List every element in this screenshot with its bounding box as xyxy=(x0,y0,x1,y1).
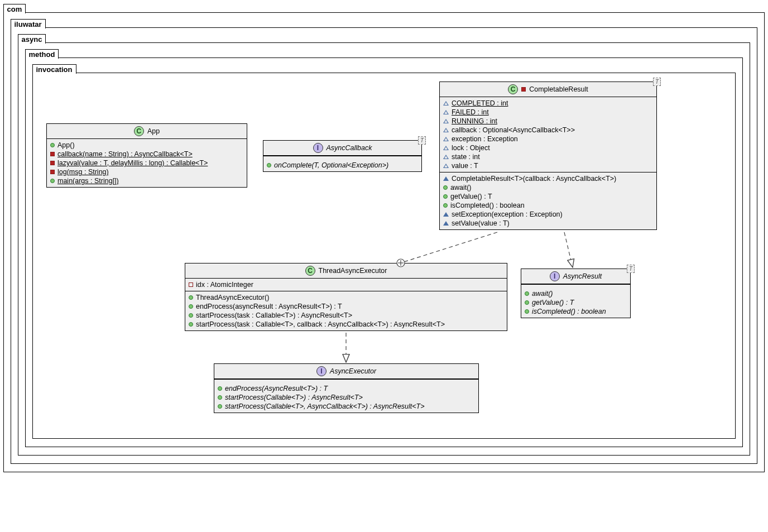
package-method: method invocation C App App()callback(na… xyxy=(25,57,743,447)
package-iluwatar: iluwatar async method invocation C App A… xyxy=(11,27,757,464)
package-tab: iluwatar xyxy=(11,19,46,28)
member-text: state : int xyxy=(452,153,480,161)
interface-name: AsyncResult xyxy=(563,272,602,280)
member-text: endProcess(asyncResult : AsyncResult<T>)… xyxy=(196,303,342,310)
member-text: startProcess(Callable<T>) : AsyncResult<… xyxy=(225,394,363,401)
member-text: FAILED : int xyxy=(452,108,489,116)
member-text: startProcess(task : Callable<T>, callbac… xyxy=(196,320,445,328)
member-text: callback : Optional<AsyncCallback<T>> xyxy=(452,126,575,134)
member-text: setException(exception : Exception) xyxy=(452,210,563,218)
public-icon xyxy=(189,295,193,300)
public-icon xyxy=(525,291,529,296)
member-row: setValue(value : T) xyxy=(443,219,653,228)
member-row: getValue() : T xyxy=(525,298,627,307)
member-text: callback(name : String) : AsyncCallback<… xyxy=(57,150,193,158)
package-method-icon xyxy=(443,221,449,226)
package-tab: com xyxy=(3,4,26,13)
member-row: startProcess(task : Callable<T>, callbac… xyxy=(189,320,503,329)
member-row: getValue() : T xyxy=(443,192,653,201)
class-name: CompletableResult xyxy=(529,85,588,93)
member-text: endProcess(AsyncResult<T>) : T xyxy=(225,385,328,392)
class-app: C App App()callback(name : String) : Asy… xyxy=(46,123,247,188)
package-tab: async xyxy=(18,34,46,44)
member-text: lock : Object xyxy=(452,144,490,152)
member-row: callback : Optional<AsyncCallback<T>> xyxy=(443,126,653,135)
member-text: await() xyxy=(450,184,472,191)
member-text: value : T xyxy=(452,162,478,170)
public-icon xyxy=(189,322,193,327)
member-row: await() xyxy=(443,183,653,192)
interface-icon: I xyxy=(313,143,323,153)
public-icon xyxy=(443,203,448,208)
class-name: ThreadAsyncExecutor xyxy=(319,267,387,275)
type-param: T xyxy=(418,136,426,145)
class-threadasyncexecutor: C ThreadAsyncExecutor idx : AtomicIntege… xyxy=(185,263,507,331)
interface-asyncresult: I AsyncResult await()getValue() : TisCom… xyxy=(521,269,631,318)
member-row: COMPLETED : int xyxy=(443,99,653,108)
member-text: isCompleted() : boolean xyxy=(532,308,606,315)
package-field-icon xyxy=(443,146,449,150)
public-icon xyxy=(218,395,222,400)
member-text: lazyval(value : T, delayMillis : long) :… xyxy=(57,159,208,167)
member-text: getValue() : T xyxy=(450,193,492,200)
package-tab: invocation xyxy=(32,64,76,74)
interface-asyncexecutor: I AsyncExecutor endProcess(AsyncResult<T… xyxy=(214,363,479,413)
member-text: ThreadAsyncExecutor() xyxy=(196,294,269,301)
interface-name: AsyncCallback xyxy=(327,144,372,152)
public-icon xyxy=(443,185,448,190)
member-row: state : int xyxy=(443,152,653,161)
interface-icon: I xyxy=(316,366,327,376)
private-icon xyxy=(50,161,55,165)
member-text: main(args : String[]) xyxy=(57,177,119,185)
class-icon: C xyxy=(134,126,144,136)
member-row: CompletableResult<T>(callback : AsyncCal… xyxy=(443,174,653,183)
member-row: isCompleted() : boolean xyxy=(525,307,627,316)
member-row: FAILED : int xyxy=(443,108,653,117)
member-text: idx : AtomicInteger xyxy=(196,281,253,289)
public-icon xyxy=(443,194,448,199)
member-row: startProcess(task : Callable<T>) : Async… xyxy=(189,311,503,320)
member-text: startProcess(task : Callable<T>) : Async… xyxy=(196,311,352,319)
package-field-icon xyxy=(443,110,449,114)
package-field-icon xyxy=(443,101,449,106)
svg-line-4 xyxy=(564,232,573,267)
svg-line-0 xyxy=(404,232,497,262)
private-icon xyxy=(50,152,55,156)
visibility-icon xyxy=(521,87,526,92)
member-row: callback(name : String) : AsyncCallback<… xyxy=(50,150,243,159)
class-icon: C xyxy=(305,266,315,276)
member-text: startProcess(Callable<T>, AsyncCallback<… xyxy=(225,402,425,410)
package-invocation: invocation C App App()callback(name : St… xyxy=(32,73,736,439)
member-text: CompletableResult<T>(callback : AsyncCal… xyxy=(452,175,616,183)
public-icon xyxy=(50,179,55,183)
interface-icon: I xyxy=(550,271,560,281)
interface-name: AsyncExecutor xyxy=(330,367,376,375)
member-text: exception : Exception xyxy=(452,135,518,143)
public-icon xyxy=(50,143,55,147)
member-row: endProcess(AsyncResult<T>) : T xyxy=(218,384,475,393)
member-row: exception : Exception xyxy=(443,135,653,143)
private-icon xyxy=(50,170,55,174)
interface-asynccallback: I AsyncCallback onComplete(T, Optional<E… xyxy=(263,140,422,172)
class-completableresult: C CompletableResult COMPLETED : intFAILE… xyxy=(439,82,657,230)
member-row: await() xyxy=(525,289,627,298)
class-icon: C xyxy=(508,84,518,94)
package-field-icon xyxy=(443,164,449,168)
private-icon xyxy=(189,282,193,287)
member-row: isCompleted() : boolean xyxy=(443,201,653,210)
member-row: endProcess(asyncResult : AsyncResult<T>)… xyxy=(189,302,503,311)
member-row: startProcess(Callable<T>, AsyncCallback<… xyxy=(218,402,475,411)
public-icon xyxy=(189,313,193,318)
package-tab: method xyxy=(25,49,59,59)
member-row: value : T xyxy=(443,161,653,170)
member-text: await() xyxy=(532,290,553,298)
public-icon xyxy=(218,404,222,409)
public-icon xyxy=(267,163,271,167)
public-icon xyxy=(525,309,529,314)
package-field-icon xyxy=(443,155,449,159)
member-text: getValue() : T xyxy=(532,299,574,306)
type-param: T xyxy=(653,78,661,86)
member-row: lazyval(value : T, delayMillis : long) :… xyxy=(50,159,243,167)
package-field-icon xyxy=(443,128,449,132)
member-row: App() xyxy=(50,141,243,150)
